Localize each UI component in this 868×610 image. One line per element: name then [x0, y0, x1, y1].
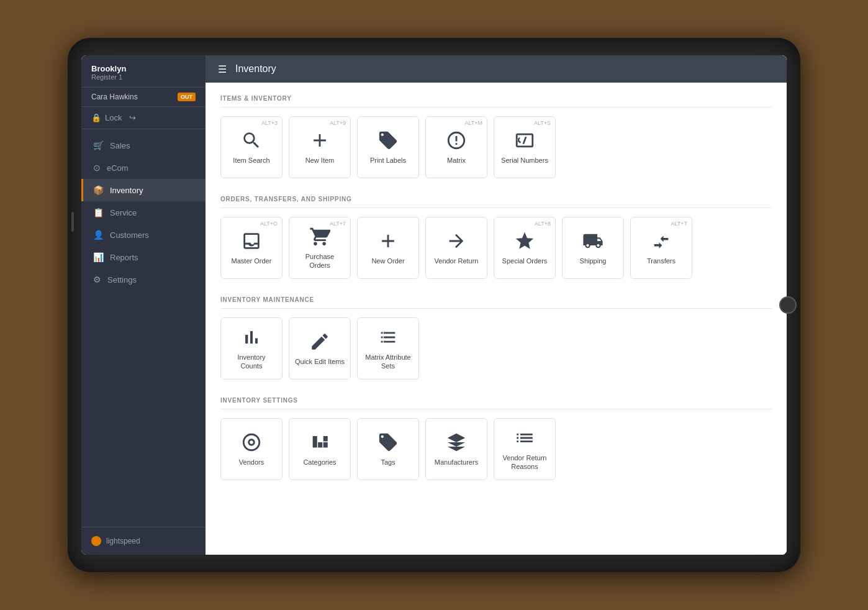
- list-icon: [514, 427, 535, 448]
- transfers-icon: [651, 230, 672, 252]
- section-orders-transfers: ORDERS, TRANSFERS, AND SHIPPING ALT+O Ma…: [220, 196, 772, 279]
- tile-master-order[interactable]: ALT+O Master Order: [220, 217, 283, 279]
- target-icon: [241, 432, 262, 453]
- register-name: Register 1: [91, 73, 196, 81]
- tile-label: Item Search: [233, 156, 269, 165]
- tile-print-labels[interactable]: Print Labels: [357, 116, 419, 178]
- shortcut-label: ALT+3: [261, 120, 278, 126]
- sidebar-item-sales[interactable]: 🛒 Sales: [81, 134, 206, 157]
- section-title: INVENTORY SETTINGS: [220, 397, 772, 409]
- home-button[interactable]: [779, 296, 797, 314]
- inventory-settings-grid: Vendors Categories: [220, 418, 772, 480]
- tile-label: Vendor Return: [435, 257, 479, 265]
- tile-categories[interactable]: Categories: [289, 418, 351, 480]
- logout-button[interactable]: ↪: [129, 113, 136, 122]
- lock-label: Lock: [105, 113, 122, 122]
- section-inventory-settings: INVENTORY SETTINGS Vendors: [220, 397, 772, 480]
- volume-button: [71, 212, 74, 232]
- tag-icon: [377, 432, 399, 453]
- sidebar-item-settings[interactable]: ⚙ Settings: [81, 268, 206, 291]
- shortcut-label: ALT+M: [464, 120, 482, 126]
- tile-serial-numbers[interactable]: ALT+S Serial Numbers: [494, 116, 556, 178]
- building-icon: [446, 432, 467, 453]
- tile-new-order[interactable]: New Order: [357, 217, 419, 279]
- settings-icon: ⚙: [93, 275, 101, 285]
- tile-matrix-attribute-sets[interactable]: Matrix Attribute Sets: [357, 317, 419, 380]
- matrix-icon: [446, 130, 467, 151]
- tile-new-item[interactable]: ALT+9 New Item: [289, 116, 351, 178]
- tile-purchase-orders[interactable]: ALT+7 Purchase Orders: [289, 217, 351, 279]
- plus-icon: [309, 130, 330, 151]
- sidebar-item-reports[interactable]: 📊 Reports: [81, 246, 206, 268]
- label-icon: [377, 130, 399, 151]
- tile-label: Special Orders: [502, 257, 548, 265]
- shortcut-label: ALT+O: [260, 221, 278, 227]
- tile-label: Matrix: [447, 156, 466, 165]
- tile-inventory-counts[interactable]: Inventory Counts: [220, 317, 283, 380]
- tile-label: Shipping: [580, 257, 607, 265]
- sales-icon: 🛒: [93, 140, 104, 150]
- tile-quick-edit-items[interactable]: Quick Edit Items: [289, 317, 351, 380]
- sidebar-item-service[interactable]: 📋 Service: [81, 201, 206, 224]
- hamburger-icon[interactable]: ☰: [218, 63, 227, 75]
- reports-icon: 📊: [93, 252, 104, 262]
- inventory-icon: 📦: [93, 185, 104, 195]
- section-title: ORDERS, TRANSFERS, AND SHIPPING: [220, 196, 772, 208]
- columns-icon: [309, 432, 330, 453]
- tile-label: New Item: [305, 156, 334, 165]
- tile-label: Inventory Counts: [226, 353, 277, 371]
- tile-tags[interactable]: Tags: [357, 418, 419, 480]
- lock-button[interactable]: 🔒 Lock: [91, 113, 122, 122]
- tile-label: Tags: [381, 458, 395, 467]
- inventory-maintenance-grid: Inventory Counts Quick Edit Items: [220, 317, 772, 380]
- tile-label: Transfers: [647, 257, 676, 265]
- user-name: Cara Hawkins: [91, 93, 178, 101]
- items-inventory-grid: ALT+3 Item Search ALT+9: [220, 116, 772, 178]
- customers-icon: 👤: [93, 230, 104, 240]
- tile-vendor-return[interactable]: Vendor Return: [425, 217, 487, 279]
- tile-label: Categories: [303, 458, 336, 467]
- lightspeed-logo-text: lightspeed: [106, 537, 140, 545]
- tile-transfers[interactable]: ALT+T Transfers: [630, 217, 692, 279]
- sidebar-item-customers[interactable]: 👤 Customers: [81, 224, 206, 246]
- sidebar: Brooklyn Register 1 Cara Hawkins OUT 🔒 L…: [81, 55, 206, 555]
- tile-matrix[interactable]: ALT+M Matrix: [425, 116, 487, 178]
- tile-label: Manufacturers: [435, 458, 478, 467]
- sidebar-item-label: Service: [110, 208, 137, 217]
- cart-icon: [309, 226, 330, 247]
- tile-label: Purchase Orders: [294, 252, 345, 270]
- lightspeed-flame-icon: [91, 536, 101, 546]
- tile-shipping[interactable]: Shipping: [562, 217, 624, 279]
- tablet-screen: Brooklyn Register 1 Cara Hawkins OUT 🔒 L…: [81, 55, 787, 555]
- tile-manufacturers[interactable]: Manufacturers: [425, 418, 487, 480]
- sidebar-nav: 🛒 Sales ⊙ eCom 📦 Inventory 📋 Service: [81, 129, 206, 527]
- top-bar: ☰ Inventory: [206, 55, 787, 83]
- orders-transfers-grid: ALT+O Master Order ALT+7: [220, 217, 772, 279]
- tile-label: Master Order: [232, 257, 272, 265]
- service-icon: 📋: [93, 207, 104, 217]
- sidebar-item-label: Settings: [107, 275, 137, 285]
- sidebar-item-label: eCom: [107, 163, 129, 173]
- tile-vendors[interactable]: Vendors: [220, 418, 283, 480]
- store-name: Brooklyn: [91, 64, 196, 73]
- tile-label: Vendors: [239, 458, 264, 467]
- terminal-icon: [514, 130, 535, 151]
- tile-label: Matrix Attribute Sets: [363, 353, 414, 371]
- tile-vendor-return-reasons[interactable]: Vendor Return Reasons: [494, 418, 556, 480]
- tile-label: Quick Edit Items: [295, 357, 345, 366]
- app-layout: Brooklyn Register 1 Cara Hawkins OUT 🔒 L…: [81, 55, 787, 555]
- section-title: ITEMS & INVENTORY: [220, 95, 772, 107]
- shortcut-label: ALT+8: [535, 221, 551, 227]
- tile-special-orders[interactable]: ALT+8 Special Orders: [494, 217, 556, 279]
- tablet-frame: Brooklyn Register 1 Cara Hawkins OUT 🔒 L…: [68, 38, 800, 572]
- page-title: Inventory: [235, 63, 276, 75]
- sidebar-item-inventory[interactable]: 📦 Inventory: [81, 179, 206, 201]
- section-title: INVENTORY MAINTENANCE: [220, 296, 772, 309]
- sidebar-item-ecom[interactable]: ⊙ eCom: [81, 157, 206, 179]
- section-inventory-maintenance: INVENTORY MAINTENANCE Inventory Counts: [220, 296, 772, 380]
- content-area: ITEMS & INVENTORY ALT+3 Item Search: [206, 83, 787, 555]
- tile-item-search[interactable]: ALT+3 Item Search: [220, 116, 283, 178]
- grid-icon: [377, 327, 399, 348]
- inbox-icon: [241, 230, 262, 252]
- shortcut-label: ALT+7: [330, 221, 346, 227]
